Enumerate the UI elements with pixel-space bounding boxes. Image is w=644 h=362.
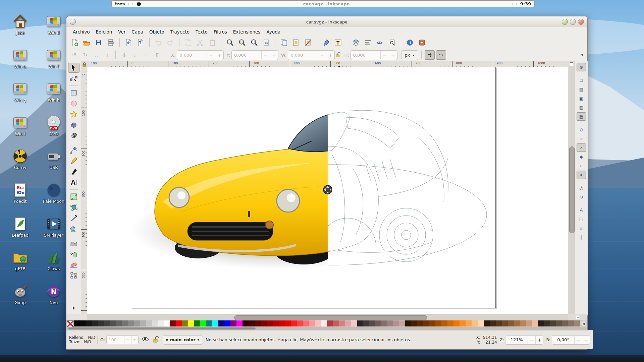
swatch-878787[interactable] [128, 320, 134, 326]
swatch-b23a3a[interactable] [327, 320, 333, 326]
swatch-000000[interactable] [74, 320, 80, 326]
decrement-button[interactable]: − [318, 51, 326, 59]
swatch-9c8670[interactable] [574, 320, 580, 326]
swatch-747474[interactable] [122, 320, 128, 326]
swatch-630000[interactable] [255, 320, 261, 326]
unlink-clone-button[interactable] [303, 38, 314, 48]
swatch-ef7900[interactable] [453, 320, 460, 326]
desktop-icon-dvd[interactable]: DVDDVD [39, 115, 68, 136]
units-dropdown[interactable]: px ▾ [401, 50, 418, 60]
document-properties-button[interactable]: i [405, 38, 415, 48]
swatch-ffffff[interactable] [164, 320, 170, 326]
print-button[interactable] [105, 38, 116, 48]
desktop-icon-gimp[interactable]: Gimp [5, 283, 35, 305]
swatch-161616[interactable] [86, 320, 92, 326]
rotation-increment[interactable]: + [582, 336, 590, 344]
swatch-000080[interactable] [218, 320, 224, 326]
opacity-increment[interactable]: + [131, 336, 138, 344]
layer-lock-toggle[interactable] [152, 336, 160, 344]
desktop-icon-jose[interactable]: Jose [5, 13, 35, 35]
desktop-icon-poedit[interactable]: ЯыЮяPoedit [5, 182, 35, 204]
swatch-443636[interactable] [363, 320, 369, 326]
desktop-icon-claws[interactable]: Claws [39, 249, 68, 271]
swatch-7f0000[interactable] [261, 320, 267, 326]
rotate-cw-button[interactable]: ↻ [80, 50, 90, 60]
opacity-decrement[interactable]: − [124, 336, 131, 344]
swatch-833d00[interactable] [429, 320, 435, 326]
swatch-b0b0b0[interactable] [140, 320, 146, 326]
swatch-2e2424[interactable] [357, 320, 363, 326]
snap-grid-toggle[interactable]: # [577, 224, 586, 232]
new-document-button[interactable] [69, 38, 80, 48]
swatch-605142[interactable] [556, 320, 562, 326]
swatch-d28282[interactable] [339, 320, 345, 326]
desktop-icon-leafpad[interactable]: Leafpad [5, 216, 35, 238]
snap-cusp-nodes-toggle[interactable]: ◆ [577, 153, 586, 161]
decrement-button[interactable]: − [261, 51, 270, 59]
desktop-icon-nvu[interactable]: NNvu [39, 283, 68, 305]
snap-path-intersections-toggle[interactable]: × [577, 143, 586, 152]
menu-texto[interactable]: Texto [193, 28, 211, 36]
swatch-d30000[interactable] [279, 320, 285, 326]
swatch-d46a00[interactable] [447, 320, 453, 326]
swatch-2b1a08[interactable] [484, 320, 490, 326]
swatch-008080[interactable] [206, 320, 212, 326]
calligraphy-tool[interactable] [68, 167, 79, 177]
menu-archivo[interactable]: Archivo [70, 28, 93, 36]
canvas[interactable] [87, 67, 568, 314]
swatch-ffc080[interactable] [472, 320, 478, 326]
desktop-icon-win-g[interactable]: Win g [5, 81, 35, 103]
ruler-corner[interactable] [81, 61, 88, 68]
swatch-4c4033[interactable] [550, 320, 556, 326]
desktop-icon-win-h[interactable]: Win h [39, 81, 68, 103]
fill-stroke-indicator[interactable]: Relleno: N/D Trazo: N/D [69, 336, 98, 344]
swatch-705a5a[interactable] [375, 320, 381, 326]
menu-objeto[interactable]: Objeto [146, 28, 167, 36]
swatch-c8a2a2[interactable] [399, 320, 405, 326]
desktop-icon-smplayer[interactable]: SMPlayer [39, 216, 68, 238]
snap-page-border-toggle[interactable]: ▢ [577, 215, 586, 223]
desktop-icon-gftp[interactable]: gFTP [5, 249, 35, 271]
split-drag-handle[interactable] [323, 185, 333, 195]
snap-bbox-edges-toggle[interactable]: ▤ [577, 85, 586, 94]
ellipse-tool[interactable] [68, 99, 79, 109]
swatch-382f25[interactable] [544, 320, 550, 326]
connector-tool[interactable] [68, 270, 79, 281]
toolbar-overflow-chevron[interactable]: ▾ [581, 53, 583, 57]
swatch-f2caca[interactable] [351, 320, 357, 326]
swatch-none[interactable] [67, 320, 74, 327]
rotation-field[interactable]: 0,00° − + [552, 335, 590, 345]
swatch-ffc0c0[interactable] [315, 320, 321, 326]
swatch-ffdab3[interactable] [478, 320, 484, 326]
w-field[interactable]: 0,000−+ [288, 50, 335, 60]
taskbar-prev-icon[interactable]: ‹ [511, 1, 513, 6]
y-field[interactable]: 0,000−+ [231, 50, 278, 60]
horizontal-scrollbar-thumb[interactable] [234, 315, 427, 320]
taskbar-next-icon[interactable]: › [516, 1, 517, 6]
snap-text-baseline-toggle[interactable]: A [577, 206, 586, 214]
swatch-ffff00[interactable] [188, 320, 194, 326]
swatch-2b1500[interactable] [405, 320, 411, 326]
bezier-pen-tool[interactable] [68, 145, 79, 155]
star-tool[interactable] [68, 109, 79, 119]
menu-capa[interactable]: Capa [128, 28, 146, 36]
snap-paths-toggle[interactable]: ≈ [577, 134, 586, 143]
swatch-ff00ff[interactable] [236, 320, 243, 326]
spiral-tool[interactable] [68, 131, 79, 141]
snap-bbox-corners-toggle[interactable]: ▣ [577, 94, 586, 103]
desktop-icon-pale-moon[interactable]: Pale Moon [39, 182, 68, 204]
swatch-dddddd[interactable] [152, 320, 158, 326]
horizontal-scrollbar[interactable] [87, 314, 568, 320]
swatch-ef0000[interactable] [285, 320, 291, 326]
flip-horizontal-button[interactable]: ↔ [91, 50, 101, 60]
copy-button[interactable] [183, 38, 194, 48]
swatch-00ff00[interactable] [200, 320, 206, 326]
spray-tool[interactable] [68, 249, 79, 259]
snap-bbox-centers-toggle[interactable]: ▦ [577, 112, 586, 121]
swatch-241e18[interactable] [538, 320, 544, 326]
swatch-411f00[interactable] [411, 320, 417, 326]
flip-vertical-button[interactable]: ↕ [102, 50, 112, 60]
swatch-704927[interactable] [502, 320, 508, 326]
desktop-icon-win-f[interactable]: Win f [39, 47, 68, 69]
menu-edicin[interactable]: Edición [93, 28, 115, 36]
